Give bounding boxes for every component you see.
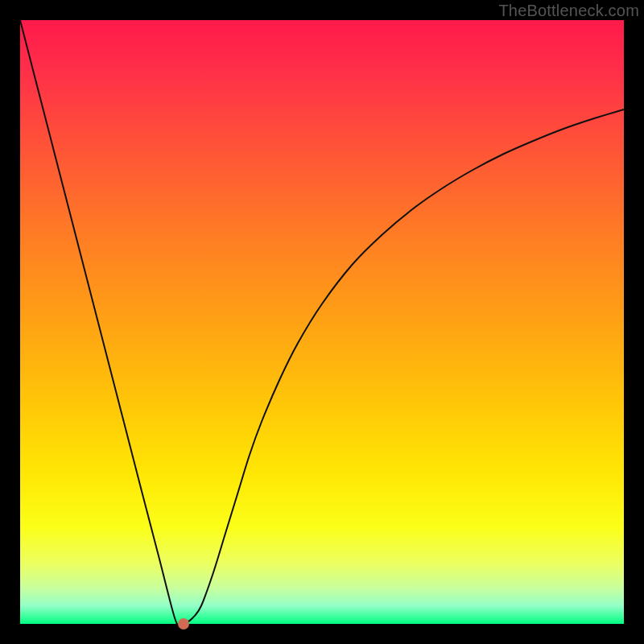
chart-frame: TheBottleneck.com <box>0 0 644 644</box>
curve-svg <box>20 20 624 624</box>
watermark-text: TheBottleneck.com <box>498 2 639 20</box>
bottleneck-curve <box>20 20 624 624</box>
plot-area <box>20 20 624 624</box>
min-marker <box>178 618 189 630</box>
